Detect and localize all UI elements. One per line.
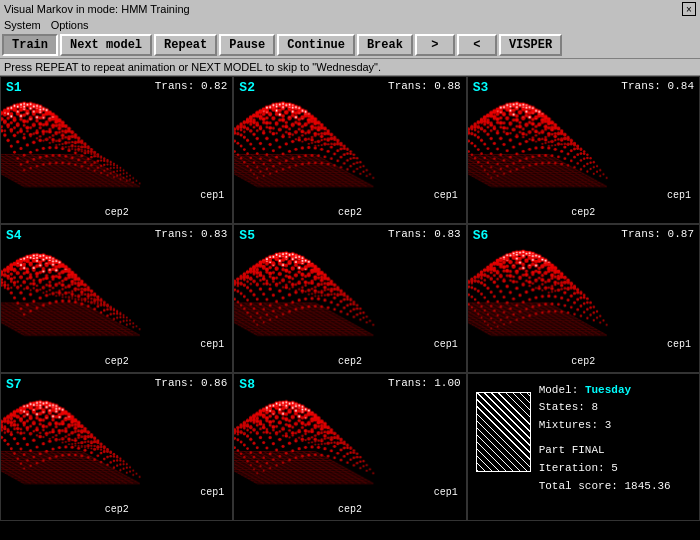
menu-options[interactable]: Options [51, 19, 89, 31]
cell-s6-cep2: cep2 [571, 356, 595, 367]
cell-s2-label: S2 [239, 80, 255, 95]
cell-s8-canvas [234, 374, 465, 520]
cell-s8-trans: Trans: 1.00 [388, 377, 461, 389]
title-text: Visual Markov in mode: HMM Training [4, 3, 190, 15]
total-score-value: 1845.36 [624, 480, 670, 492]
cell-s2-canvas [234, 77, 465, 223]
repeat-button[interactable]: Repeat [154, 34, 217, 56]
status-bar: Press REPEAT to repeat animation or NEXT… [0, 59, 700, 76]
cell-s6-trans: Trans: 0.87 [621, 228, 694, 240]
continue-button[interactable]: Continue [277, 34, 355, 56]
cell-s7-cep1: cep1 [200, 487, 224, 498]
title-bar: Visual Markov in mode: HMM Training × [0, 0, 700, 18]
train-button[interactable]: Train [2, 34, 58, 56]
status-message: Press REPEAT to repeat animation or NEXT… [4, 61, 381, 73]
cell-s1-label: S1 [6, 80, 22, 95]
cell-s3: S3 Trans: 0.84 cep1 cep2 [467, 76, 700, 224]
menu-system[interactable]: System [4, 19, 41, 31]
close-button[interactable]: × [682, 2, 696, 16]
cell-s6-canvas [468, 225, 699, 371]
cell-s3-canvas [468, 77, 699, 223]
part-label: Part [539, 444, 565, 456]
info-text: Model: Tuesday States: 8 Mixtures: 3 Par… [539, 382, 671, 496]
cell-s2-trans: Trans: 0.88 [388, 80, 461, 92]
cell-s5: S5 Trans: 0.83 cep1 cep2 [233, 224, 466, 372]
cell-s3-label: S3 [473, 80, 489, 95]
cell-s7-canvas [1, 374, 232, 520]
visper-button[interactable]: VISPER [499, 34, 562, 56]
mixtures-label: Mixtures: [539, 419, 598, 431]
info-panel: Model: Tuesday States: 8 Mixtures: 3 Par… [467, 373, 700, 521]
cell-s6-label: S6 [473, 228, 489, 243]
mixtures-value: 3 [605, 419, 612, 431]
cell-s3-cep1: cep1 [667, 190, 691, 201]
cell-s1-trans: Trans: 0.82 [155, 80, 228, 92]
cell-s4-label: S4 [6, 228, 22, 243]
forward-button[interactable]: > [415, 34, 455, 56]
cell-s2-cep1: cep1 [434, 190, 458, 201]
cell-s2-cep2: cep2 [338, 207, 362, 218]
cell-s1-canvas [1, 77, 232, 223]
cell-s3-cep2: cep2 [571, 207, 595, 218]
cell-s3-trans: Trans: 0.84 [621, 80, 694, 92]
cell-s6: S6 Trans: 0.87 cep1 cep2 [467, 224, 700, 372]
cell-s4-cep2: cep2 [105, 356, 129, 367]
menu-bar: System Options [0, 18, 700, 32]
iteration-label: Iteration: [539, 462, 605, 474]
main-grid: S1 Trans: 0.82 cep1 cep2 S2 Trans: 0.88 … [0, 76, 700, 521]
cell-s4-trans: Trans: 0.83 [155, 228, 228, 240]
cell-s7: S7 Trans: 0.86 cep1 cep2 [0, 373, 233, 521]
back-button[interactable]: < [457, 34, 497, 56]
cell-s8-cep1: cep1 [434, 487, 458, 498]
cell-s1-cep1: cep1 [200, 190, 224, 201]
model-value: Tuesday [585, 384, 631, 396]
iteration-value: 5 [611, 462, 618, 474]
cell-s5-canvas [234, 225, 465, 371]
part-value: FINAL [572, 444, 605, 456]
next-model-button[interactable]: Next model [60, 34, 152, 56]
states-value: 8 [591, 401, 598, 413]
cell-s5-label: S5 [239, 228, 255, 243]
hatch-box [476, 392, 531, 472]
model-label: Model: [539, 384, 579, 396]
cell-s4-cep1: cep1 [200, 339, 224, 350]
cell-s8: S8 Trans: 1.00 cep1 cep2 [233, 373, 466, 521]
cell-s5-trans: Trans: 0.83 [388, 228, 461, 240]
cell-s7-trans: Trans: 0.86 [155, 377, 228, 389]
cell-s5-cep2: cep2 [338, 356, 362, 367]
toolbar: Train Next model Repeat Pause Continue B… [0, 32, 700, 59]
cell-s4: S4 Trans: 0.83 cep1 cep2 [0, 224, 233, 372]
cell-s7-cep2: cep2 [105, 504, 129, 515]
pause-button[interactable]: Pause [219, 34, 275, 56]
total-score-label: Total score: [539, 480, 618, 492]
cell-s1-cep2: cep2 [105, 207, 129, 218]
cell-s6-cep1: cep1 [667, 339, 691, 350]
cell-s7-label: S7 [6, 377, 22, 392]
cell-s2: S2 Trans: 0.88 cep1 cep2 [233, 76, 466, 224]
cell-s8-label: S8 [239, 377, 255, 392]
cell-s5-cep1: cep1 [434, 339, 458, 350]
cell-s8-cep2: cep2 [338, 504, 362, 515]
cell-s1: S1 Trans: 0.82 cep1 cep2 [0, 76, 233, 224]
break-button[interactable]: Break [357, 34, 413, 56]
states-label: States: [539, 401, 585, 413]
cell-s4-canvas [1, 225, 232, 371]
